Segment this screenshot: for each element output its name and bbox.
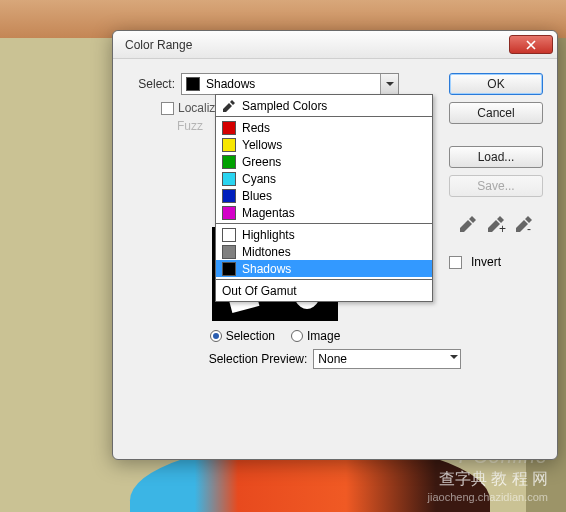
load-button[interactable]: Load... <box>449 146 543 168</box>
radio-icon <box>210 330 222 342</box>
color-swatch-icon <box>222 121 236 135</box>
color-swatch-icon <box>222 228 236 242</box>
dropdown-item[interactable]: Yellows <box>216 136 432 153</box>
radio-icon <box>291 330 303 342</box>
save-button: Save... <box>449 175 543 197</box>
select-label: Select: <box>125 77 181 91</box>
invert-checkbox[interactable] <box>449 256 462 269</box>
cancel-button[interactable]: Cancel <box>449 102 543 124</box>
color-swatch-icon <box>222 172 236 186</box>
svg-text:+: + <box>499 222 506 234</box>
color-swatch-icon <box>222 206 236 220</box>
close-icon <box>526 40 536 50</box>
dropdown-item[interactable]: Blues <box>216 187 432 204</box>
dropdown-item[interactable]: Magentas <box>216 204 432 221</box>
dropdown-item[interactable]: Midtones <box>216 243 432 260</box>
eyedropper-icon <box>222 99 236 113</box>
localized-checkbox[interactable] <box>161 102 174 115</box>
dialog-title: Color Range <box>125 38 192 52</box>
dropdown-item[interactable]: Highlights <box>216 226 432 243</box>
color-swatch-icon <box>222 262 236 276</box>
dropdown-item[interactable]: Sampled Colors <box>216 97 432 114</box>
dropdown-item[interactable]: Out Of Gamut <box>216 282 432 299</box>
close-button[interactable] <box>509 35 553 54</box>
eyedropper-minus-icon[interactable]: - <box>514 214 534 234</box>
selection-preview-dropdown[interactable]: None <box>313 349 461 369</box>
color-swatch-icon <box>222 189 236 203</box>
dropdown-item[interactable]: Shadows <box>216 260 432 277</box>
chevron-down-icon <box>450 355 458 363</box>
chevron-down-icon <box>380 74 398 94</box>
invert-label: Invert <box>471 255 501 269</box>
eyedropper-tools: + - <box>449 214 543 234</box>
dropdown-item[interactable]: Cyans <box>216 170 432 187</box>
dropdown-item[interactable]: Greens <box>216 153 432 170</box>
dropdown-item[interactable]: Reds <box>216 119 432 136</box>
ok-button[interactable]: OK <box>449 73 543 95</box>
selected-swatch-icon <box>186 77 200 91</box>
color-swatch-icon <box>222 138 236 152</box>
color-range-dialog: Color Range Select: Shadows Localize Fuz… <box>112 30 558 460</box>
radio-image[interactable]: Image <box>291 329 340 343</box>
selection-preview-label: Selection Preview: <box>209 352 308 366</box>
eyedropper-plus-icon[interactable]: + <box>486 214 506 234</box>
select-dropdown[interactable]: Shadows <box>181 73 399 95</box>
select-dropdown-list[interactable]: Sampled ColorsRedsYellowsGreensCyansBlue… <box>215 94 433 302</box>
titlebar[interactable]: Color Range <box>113 31 557 59</box>
radio-selection[interactable]: Selection <box>210 329 275 343</box>
selected-value: Shadows <box>206 77 255 91</box>
invert-checkbox-row[interactable]: Invert <box>449 255 543 269</box>
svg-text:-: - <box>527 222 531 234</box>
eyedropper-icon[interactable] <box>458 214 478 234</box>
color-swatch-icon <box>222 155 236 169</box>
color-swatch-icon <box>222 245 236 259</box>
